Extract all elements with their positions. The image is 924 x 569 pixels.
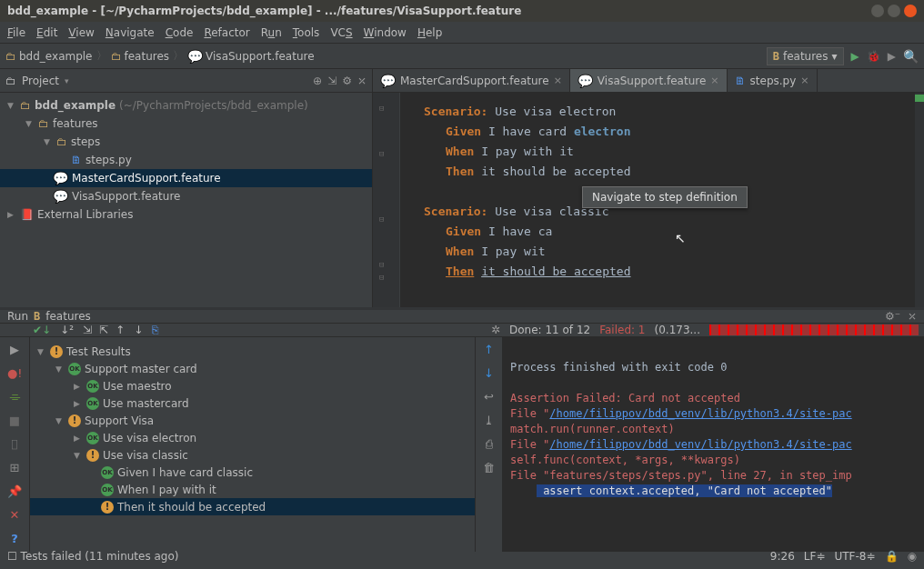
next-icon[interactable]: ↓: [134, 324, 143, 336]
minimize-button[interactable]: [871, 5, 884, 17]
close-window-button[interactable]: [904, 5, 917, 17]
scroll-from-source-icon[interactable]: ⊕: [313, 75, 322, 87]
tree-row-features[interactable]: ▼🗀 features: [0, 115, 372, 133]
sort-alpha-icon[interactable]: ↓²: [60, 324, 74, 336]
test-step-then[interactable]: ! Then it should be accepted: [30, 498, 475, 515]
hide-run-icon[interactable]: ⤫: [908, 310, 917, 323]
prev-icon[interactable]: ↑: [116, 324, 125, 336]
test-results-tree[interactable]: ▼! Test Results ▼OK Support master card …: [30, 337, 476, 552]
test-scenario-classic[interactable]: ▼! Use visa classic: [30, 446, 475, 464]
console-output[interactable]: Process finished with exit code 0 Assert…: [503, 337, 924, 552]
test-scenario-maestro[interactable]: ▶OK Use maestro: [30, 377, 475, 394]
print-button[interactable]: ⎙: [482, 437, 497, 452]
export-icon[interactable]: ⎘: [152, 324, 158, 336]
dump-threads-button[interactable]: ⌷: [7, 437, 22, 452]
hyperlinked-step-text[interactable]: it should be accepted: [481, 265, 630, 278]
project-panel-title[interactable]: Project: [22, 75, 59, 87]
test-feature-mc[interactable]: ▼OK Support master card: [30, 360, 475, 377]
run-config-dropdown[interactable]: Bfeatures▾: [767, 47, 844, 65]
menu-vcs[interactable]: VCS: [330, 26, 352, 39]
test-label: Use visa classic: [103, 449, 188, 462]
stop-button[interactable]: ■: [7, 414, 22, 428]
feature-icon: 💬: [380, 75, 396, 87]
test-scenario-electron[interactable]: ▶OK Use visa electron: [30, 429, 475, 446]
maximize-button[interactable]: [888, 5, 900, 17]
help-button[interactable]: ?: [7, 532, 22, 546]
test-label: Use visa electron: [103, 432, 196, 444]
close-icon[interactable]: ×: [800, 75, 808, 86]
menu-file[interactable]: File: [7, 26, 25, 39]
menu-window[interactable]: Window: [364, 26, 407, 39]
menu-help[interactable]: Help: [417, 26, 442, 39]
menu-view[interactable]: View: [68, 26, 94, 39]
search-icon[interactable]: 🔍: [903, 49, 919, 64]
crumb-features[interactable]: 🗀features: [111, 50, 170, 63]
crumb-project[interactable]: 🗀bdd_example: [5, 50, 93, 63]
menu-refactor[interactable]: Refactor: [204, 26, 249, 39]
tab-steps[interactable]: 🗎 steps.py ×: [728, 69, 818, 92]
gear-icon[interactable]: ✲: [491, 324, 500, 336]
expand-icon[interactable]: ⇲: [83, 324, 90, 336]
folder-icon: 🗀: [38, 117, 49, 130]
test-feature-visa[interactable]: ▼! Support Visa: [30, 412, 475, 429]
menu-edit[interactable]: Edit: [36, 26, 57, 39]
close-icon[interactable]: ×: [710, 75, 718, 86]
rerun-button[interactable]: ▶: [7, 343, 22, 357]
feature-icon: 💬: [187, 50, 203, 63]
status-message: Tests failed (11 minutes ago): [21, 550, 179, 563]
tree-row-steps[interactable]: ▼🗀 steps: [0, 133, 372, 151]
rerun-failed-button[interactable]: ●!: [7, 366, 22, 381]
close-run-button[interactable]: ✕: [7, 508, 22, 523]
gear-icon[interactable]: ⚙: [342, 75, 352, 87]
file-encoding[interactable]: UTF-8≑: [834, 550, 875, 563]
file-link[interactable]: /home/filippov/bdd_venv/lib/python3.4/si…: [549, 407, 851, 420]
editor-gutter: ⊟ ⊟ ⊟ ⊟ ⊟: [373, 93, 400, 307]
tree-row-root[interactable]: ▼🗀 bdd_example (~/PycharmProjects/bdd_ex…: [0, 96, 372, 115]
menu-run[interactable]: Run: [261, 26, 282, 39]
tab-mastercard[interactable]: 💬 MasterCardSupport.feature ×: [373, 69, 570, 92]
run-header-b: B: [34, 310, 40, 323]
lock-icon[interactable]: 🔒: [885, 550, 899, 563]
collapse-all-icon[interactable]: ⇲: [327, 75, 336, 87]
tree-row-visa[interactable]: 💬 VisaSupport.feature: [0, 187, 372, 205]
soft-wrap-button[interactable]: ↩: [482, 390, 497, 404]
caret-position[interactable]: 9:26: [770, 550, 795, 563]
toggle-auto-test-button[interactable]: ⌯: [7, 390, 22, 404]
test-root[interactable]: ▼! Test Results: [30, 343, 475, 360]
test-step-given[interactable]: OK Given I have card classic: [30, 464, 475, 481]
menu-tools[interactable]: Tools: [293, 26, 320, 39]
console-line: match.run(runner.context): [510, 422, 917, 437]
tab-label: steps.py: [750, 75, 797, 87]
tree-row-mastercard[interactable]: 💬 MasterCardSupport.feature: [0, 169, 372, 187]
tab-visa[interactable]: 💬 VisaSupport.feature ×: [570, 69, 728, 92]
run-button[interactable]: ▶: [851, 50, 859, 63]
prev-stack-button[interactable]: ↑: [482, 343, 497, 357]
restore-layout-button[interactable]: ⊞: [7, 461, 22, 475]
tree-row-external-libs[interactable]: ▶📕 External Libraries: [0, 205, 372, 224]
test-step-when[interactable]: OK When I pay with it: [30, 481, 475, 498]
test-label: Use mastercard: [103, 397, 189, 410]
close-icon[interactable]: ×: [554, 75, 562, 86]
next-stack-button[interactable]: ↓: [482, 366, 497, 381]
pin-button[interactable]: 📌: [7, 484, 22, 499]
collapse-icon[interactable]: ⇱: [99, 324, 106, 336]
coverage-button[interactable]: ▶: [888, 50, 896, 63]
tree-row-steps-py[interactable]: 🗎 steps.py: [0, 151, 372, 169]
file-link[interactable]: /home/filippov/bdd_venv/lib/python3.4/si…: [549, 438, 851, 451]
hyperlinked-step[interactable]: Then: [446, 265, 474, 278]
test-scenario-mastercard[interactable]: ▶OK Use mastercard: [30, 394, 475, 412]
project-panel-header: 🗀 Project ▾ ⊕ ⇲ ⚙ ⤫: [0, 69, 372, 93]
menu-navigate[interactable]: Navigate: [105, 26, 155, 39]
console-line: self.func(context, *args, **kwargs): [510, 453, 917, 468]
hide-panel-icon[interactable]: ⤫: [357, 75, 367, 87]
crumb-file[interactable]: 💬VisaSupport.feature: [187, 50, 314, 63]
line-separator[interactable]: LF≑: [804, 550, 826, 563]
gear-icon[interactable]: ⚙⁻: [885, 310, 900, 323]
scroll-to-end-button[interactable]: ⤓: [482, 414, 497, 428]
debug-button[interactable]: 🐞: [867, 50, 880, 63]
clear-all-button[interactable]: 🗑: [482, 461, 497, 475]
menu-code[interactable]: Code: [166, 26, 194, 39]
background-tasks-icon[interactable]: ◉: [908, 550, 917, 563]
project-tree[interactable]: ▼🗀 bdd_example (~/PycharmProjects/bdd_ex…: [0, 93, 372, 227]
sort-ok-icon[interactable]: ✔↓: [33, 324, 51, 336]
